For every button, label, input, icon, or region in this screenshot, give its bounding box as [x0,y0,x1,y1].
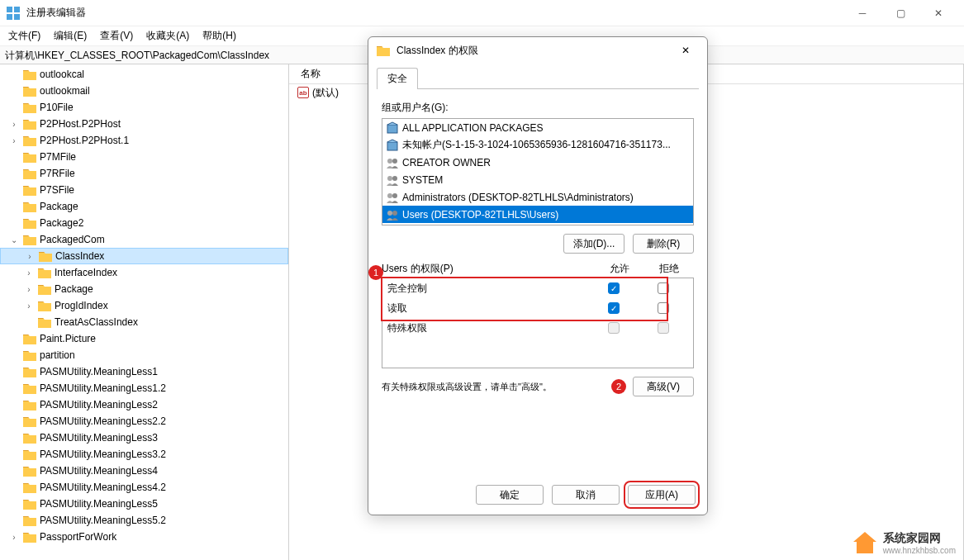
svg-point-13 [392,211,397,216]
tree-item[interactable]: PASMUtility.MeaningLess3.2 [0,446,288,463]
tree-item-label: Paint.Picture [40,333,96,344]
tree-item[interactable]: outlookcal [0,66,288,83]
chevron-right-icon[interactable]: › [8,120,20,129]
chevron-down-icon[interactable]: ⌄ [8,235,20,244]
tree-item[interactable]: PASMUtility.MeaningLess4 [0,463,288,479]
tree-item-label: P10File [40,102,74,113]
permissions-dialog: ClassIndex 的权限 ✕ 安全 组或用户名(G): ALL APPLIC… [368,36,708,515]
svg-point-11 [392,193,397,198]
chevron-right-icon[interactable]: › [8,533,20,542]
registry-tree[interactable]: outlookcaloutlookmailP10File›P2PHost.P2P… [0,64,289,560]
group-users-label: 组或用户名(G): [382,101,694,115]
tree-item[interactable]: outlookmail [0,83,288,99]
tree-item-label: P7MFile [40,151,76,163]
tree-item[interactable]: PASMUtility.MeaningLess5 [0,496,288,512]
folder-icon [39,250,52,262]
tree-item[interactable]: PASMUtility.MeaningLess5.2 [0,512,288,529]
tree-item[interactable]: P7MFile [0,149,288,165]
tab-security[interactable]: 安全 [377,68,418,89]
user-row[interactable]: SYSTEM [382,171,693,188]
menu-edit[interactable]: 编辑(E) [49,27,92,45]
tree-item-label: PASMUtility.MeaningLess3 [40,432,158,444]
user-label: Users (DESKTOP-82TLHLS\Users) [402,209,558,221]
tree-item[interactable]: partition [0,347,288,363]
deny-checkbox[interactable] [658,282,669,294]
tree-item[interactable]: Package [0,198,288,215]
tree-item[interactable]: ›PassportForWork [0,529,288,545]
tree-item[interactable]: ⌄PackagedCom [0,231,288,248]
tree-item[interactable]: ›InterfaceIndex [0,264,288,281]
tree-item[interactable]: P7SFile [0,182,288,198]
deny-checkbox[interactable] [658,302,669,314]
ok-button[interactable]: 确定 [476,485,544,505]
menu-favorites[interactable]: 收藏夹(A) [141,27,194,45]
user-row[interactable]: Administrators (DESKTOP-82TLHLS\Administ… [382,188,693,206]
tree-item[interactable]: ›ClassIndex [0,248,288,264]
folder-icon [23,349,36,361]
folder-icon [23,85,36,97]
advanced-button[interactable]: 高级(V) [633,377,694,396]
user-row[interactable]: 未知帐户(S-1-15-3-1024-1065365936-1281604716… [382,136,693,154]
chevron-right-icon[interactable]: › [8,136,20,145]
permission-label: 特殊权限 [387,321,589,335]
user-row[interactable]: Users (DESKTOP-82TLHLS\Users) [382,206,693,223]
tree-item-label: ProgIdIndex [55,300,108,311]
folder-icon [23,515,36,526]
minimize-button[interactable]: ─ [843,0,881,26]
maximize-button[interactable]: ▢ [881,0,919,26]
add-button[interactable]: 添加(D)... [563,234,624,254]
dialog-close-button[interactable]: ✕ [672,37,699,64]
tree-item-label: outlookmail [40,85,90,97]
allow-checkbox[interactable]: ✓ [608,302,620,314]
menu-help[interactable]: 帮助(H) [197,27,241,45]
window-controls: ─ ▢ ✕ [843,0,957,26]
allow-checkbox[interactable]: ✓ [608,282,620,294]
dialog-titlebar[interactable]: ClassIndex 的权限 ✕ [368,37,707,64]
tree-item[interactable]: ›Package [0,281,288,297]
tree-item[interactable]: Paint.Picture [0,330,288,347]
chevron-right-icon[interactable]: › [24,252,36,261]
chevron-right-icon[interactable]: › [23,301,35,311]
tree-item[interactable]: PASMUtility.MeaningLess3 [0,429,288,446]
close-button[interactable]: ✕ [919,0,957,26]
user-list[interactable]: ALL APPLICATION PACKAGES未知帐户(S-1-15-3-10… [382,118,694,225]
tree-item[interactable]: ›P2PHost.P2PHost [0,116,288,132]
user-row[interactable]: ALL APPLICATION PACKAGES [382,119,693,136]
tree-item-label: PASMUtility.MeaningLess2 [40,399,158,411]
tree-item-label: P7SFile [40,184,74,196]
user-label: ALL APPLICATION PACKAGES [402,122,544,134]
menu-file[interactable]: 文件(F) [3,27,45,45]
col-name[interactable]: 名称 [296,67,325,81]
tree-item[interactable]: PASMUtility.MeaningLess1 [0,363,288,380]
remove-button[interactable]: 删除(R) [633,234,694,254]
folder-icon [23,432,36,444]
tree-item[interactable]: P10File [0,99,288,116]
tree-item[interactable]: PASMUtility.MeaningLess1.2 [0,380,288,396]
folder-icon [38,267,51,278]
tree-item[interactable]: P7RFile [0,165,288,182]
tree-item[interactable]: TreatAsClassIndex [0,314,288,330]
apply-button[interactable]: 应用(A) [628,485,696,505]
chevron-right-icon[interactable]: › [23,285,35,294]
user-row[interactable]: CREATOR OWNER [382,154,693,171]
svg-rect-2 [7,14,12,20]
folder-icon [23,415,36,427]
tree-item[interactable]: PASMUtility.MeaningLess2 [0,396,288,413]
tree-item[interactable]: ›ProgIdIndex [0,297,288,314]
chevron-right-icon[interactable]: › [23,268,35,278]
permissions-for-label: Users 的权限(P) [382,262,595,276]
cancel-button[interactable]: 取消 [552,485,620,505]
folder-icon [23,118,36,130]
tree-item[interactable]: Package2 [0,215,288,231]
svg-point-10 [387,193,392,198]
menu-view[interactable]: 查看(V) [95,27,138,45]
folder-icon [38,300,51,311]
package-icon [386,121,399,135]
folder-icon [23,135,36,146]
tree-item[interactable]: ›P2PHost.P2PHost.1 [0,132,288,149]
tree-item[interactable]: PASMUtility.MeaningLess4.2 [0,479,288,496]
watermark-text: 系统家园网 www.hnzkhbsb.com [883,531,956,555]
tree-item-label: PASMUtility.MeaningLess5.2 [40,515,166,526]
tree-item[interactable]: PASMUtility.MeaningLess2.2 [0,413,288,429]
permission-row: 特殊权限 [382,318,693,338]
